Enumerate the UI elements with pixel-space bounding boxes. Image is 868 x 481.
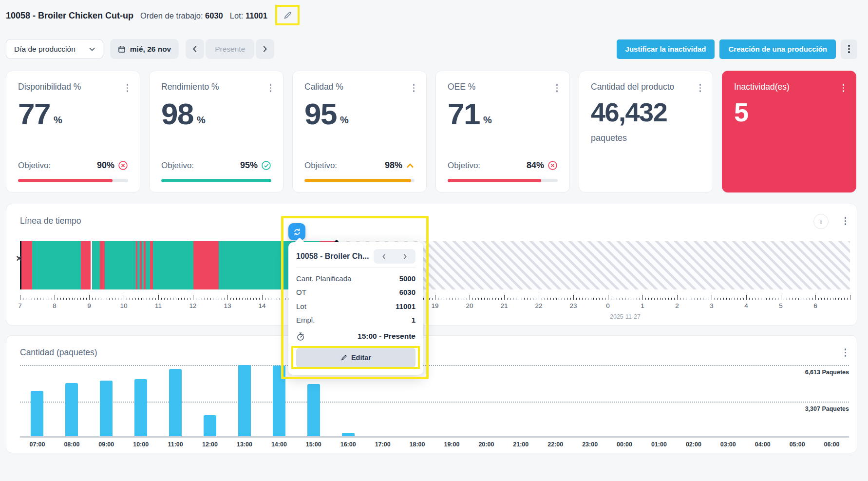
timeline-hour-label: 14: [258, 302, 265, 309]
timeline-segment-run[interactable]: [219, 241, 297, 289]
quantity-bar-07:00[interactable]: [31, 391, 43, 436]
x-axis-label: 05:00: [790, 441, 805, 448]
stopwatch-icon: [296, 332, 305, 341]
timeline-hour-label: 5: [779, 302, 783, 309]
kpi-title: Calidad %: [304, 82, 343, 92]
quantity-bar-14:00[interactable]: [273, 366, 285, 436]
objective-row: Objetivo: 90%: [18, 160, 128, 171]
x-axis-label: 16:00: [340, 441, 356, 448]
oee-dashboard: 10058 - Broiler Chicken Cut-up Orden de …: [0, 0, 868, 481]
row-value: 11001: [396, 302, 415, 310]
kebab-icon[interactable]: [413, 84, 415, 92]
present-button[interactable]: Presente: [206, 39, 254, 59]
date-nav: Presente: [186, 39, 274, 59]
objective-label: Objetivo:: [161, 161, 194, 171]
kebab-icon[interactable]: [270, 84, 272, 92]
chevron-right-icon: [263, 46, 267, 52]
kpi-value: 98%: [161, 99, 271, 129]
timeline-segment-run[interactable]: [32, 241, 81, 289]
kebab-icon[interactable]: [127, 84, 129, 92]
objective-row: Objetivo: 95%: [161, 160, 271, 171]
row-label: OT: [296, 288, 306, 296]
timeline-segment-stop[interactable]: [21, 241, 32, 289]
objective-value: 98%: [385, 160, 402, 171]
lot-label: Lot:: [230, 11, 244, 20]
toolbar-menu-button[interactable]: [841, 39, 857, 59]
toolbar-left: Día de producción mié, 26 nov Presente: [6, 39, 274, 59]
x-axis-label: 03:00: [720, 441, 736, 448]
x-axis-label: 09:00: [98, 441, 114, 448]
timeline-segment-run[interactable]: [105, 241, 136, 289]
create-production-button[interactable]: Creación de una producción: [719, 39, 836, 59]
timeline-axis-labels: 78910111213141516171819202122230123456: [20, 302, 850, 310]
sync-button[interactable]: [288, 223, 305, 240]
x-axis-label: 08:00: [64, 441, 79, 448]
kpi-title: Disponibilidad %: [18, 82, 81, 92]
timeline-hour-label: 4: [744, 302, 748, 309]
prev-day-button[interactable]: [186, 39, 204, 59]
row-value: 5000: [399, 274, 415, 283]
circle-check-icon: [261, 160, 271, 171]
edit-production-button[interactable]: Editar: [296, 348, 415, 367]
kpi-number: 5: [734, 99, 748, 125]
shift-start-x-icon: ×: [16, 252, 22, 264]
quantity-bar-15:00[interactable]: [307, 384, 320, 436]
timeline-hour-label: 10: [120, 302, 127, 309]
quantity-bar-16:00[interactable]: [342, 433, 355, 436]
kpi-number: 98: [161, 99, 193, 129]
kebab-icon[interactable]: [699, 84, 701, 92]
kpi-title: Rendimiento %: [161, 82, 219, 92]
calendar-icon: [118, 45, 126, 53]
timeline-segment-run[interactable]: [92, 241, 100, 289]
timeline-segment-stop[interactable]: [193, 241, 219, 289]
timeline-segment-stop[interactable]: [81, 241, 91, 289]
x-axis-label: 01:00: [651, 441, 667, 448]
quantity-bar-09:00[interactable]: [100, 381, 113, 436]
kpi-unit-label: paquetes: [591, 133, 701, 143]
quantity-bar-12:00[interactable]: [204, 415, 216, 436]
header: 10058 - Broiler Chicken Cut-up Orden de …: [6, 7, 267, 24]
kpi-number: 77: [18, 99, 50, 129]
popup-row-lot: Lot11001: [296, 299, 415, 313]
next-day-button[interactable]: [256, 39, 274, 59]
period-selector-dropdown[interactable]: Día de producción: [6, 39, 103, 59]
kpi-title: Inactividad(es): [734, 82, 790, 92]
objective-progress: [161, 179, 271, 182]
quantity-bar-13:00[interactable]: [238, 365, 251, 436]
objective-value: 90%: [97, 160, 114, 171]
x-axis-label: 18:00: [410, 441, 425, 448]
kpi-card-inactividades[interactable]: Inactividad(es) 5: [722, 71, 856, 192]
popup-header: 10058 - Broiler Ch...: [296, 248, 415, 265]
quantity-bar-10:00[interactable]: [134, 379, 147, 436]
x-axis-label: 02:00: [686, 441, 701, 448]
kebab-icon[interactable]: [843, 84, 845, 92]
kpi-value: 5: [734, 99, 844, 125]
pencil-icon[interactable]: [283, 11, 292, 20]
timeline-segment-stop[interactable]: [100, 241, 105, 289]
x-axis-label: 23:00: [582, 441, 598, 448]
objective-progress: [304, 179, 415, 182]
next-production-button[interactable]: [395, 249, 415, 264]
timeline-bar: ×: [20, 241, 850, 289]
work-order-value: 6030: [205, 11, 223, 20]
date-picker-value: mié, 26 nov: [130, 45, 171, 54]
prev-production-button[interactable]: [374, 249, 395, 264]
quantity-bar-11:00[interactable]: [169, 369, 182, 436]
quantity-bar-08:00[interactable]: [65, 383, 78, 436]
timeline-segment-run[interactable]: [146, 241, 150, 289]
timeline-date-label: 2025-11-27: [20, 313, 850, 320]
row-value: 1: [412, 316, 415, 324]
timeline-hour-label: 3: [710, 302, 714, 309]
timeline-hour-label: 21: [500, 302, 508, 309]
kpi-unit: %: [483, 115, 492, 129]
work-order: Orden de trabajo: 6030: [140, 11, 223, 20]
kpi-title: OEE %: [448, 82, 475, 92]
edit-production-highlight: [275, 5, 300, 25]
kebab-icon[interactable]: [556, 84, 558, 92]
kpi-number: 46,432: [591, 99, 667, 125]
date-picker-button[interactable]: mié, 26 nov: [110, 39, 179, 59]
justify-downtime-button[interactable]: Justificar la inactividad: [617, 39, 715, 59]
timeline-segment-run[interactable]: [153, 241, 193, 289]
info-icon[interactable]: i: [813, 214, 829, 229]
timeline-menu-button[interactable]: [845, 217, 847, 225]
